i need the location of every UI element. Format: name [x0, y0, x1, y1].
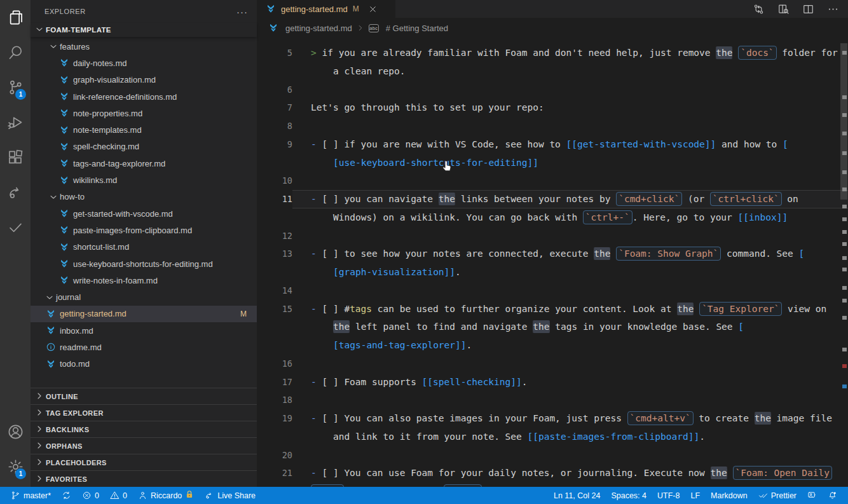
tree-file-note-templates-md[interactable]: note-templates.md	[31, 121, 257, 138]
chevron-down-icon	[34, 24, 44, 36]
overview-ruler-mark	[842, 187, 847, 191]
scrollbar-thumb[interactable]	[840, 43, 847, 200]
tree-file-todo-md[interactable]: todo.md	[31, 356, 257, 372]
tree-file-link-reference-definitions-md[interactable]: link-reference-definitions.md	[31, 88, 257, 105]
status-utf-8[interactable]: UTF-8	[653, 487, 684, 504]
wikilink[interactable]: [	[783, 139, 788, 149]
tree-item-label: use-keyboard-shortcuts-for-editing.md	[73, 259, 213, 269]
foam-icon	[59, 225, 69, 235]
activity-settings-gear-icon[interactable]: 1	[0, 449, 31, 484]
overview-ruler-mark	[842, 242, 847, 246]
line-number: 8	[257, 117, 292, 135]
activity-run-debug-icon[interactable]	[0, 105, 31, 140]
status-markdown[interactable]: Markdown	[706, 487, 752, 504]
wikilink[interactable]: [[get-started-with-vscode]]	[566, 139, 716, 149]
code-text: >	[311, 48, 322, 58]
tree-folder-how-to[interactable]: how-to	[31, 189, 257, 205]
tree-file-inbox-md[interactable]: inbox.md	[31, 322, 257, 339]
tree-file-readme-md[interactable]: readme.md	[31, 339, 257, 355]
explorer-more-actions[interactable]: ···	[236, 6, 248, 17]
tree-folder-journal[interactable]: journal	[31, 289, 257, 305]
breadcrumb-item[interactable]: abc# Getting Started	[369, 24, 448, 33]
status-feedback-icon[interactable]	[803, 487, 821, 504]
section-outline[interactable]: OUTLINE	[31, 388, 257, 404]
line-content: - [ ] #tags can be used to further organ…	[292, 300, 848, 318]
open-preview-icon[interactable]	[777, 3, 790, 15]
file-tree: featuresdaily-notes.mdgraph-visualizatio…	[31, 37, 257, 388]
tree-file-use-keyboard-shortcuts-for-editing-md[interactable]: use-keyboard-shortcuts-for-editing.md	[31, 255, 257, 272]
status-spaces-4[interactable]: Spaces: 4	[606, 487, 651, 504]
wikilink[interactable]: [	[799, 249, 805, 259]
line-number: 17	[257, 373, 292, 392]
close-icon[interactable]	[368, 4, 378, 14]
tree-file-graph-visualization-md[interactable]: graph-visualization.md	[31, 72, 257, 88]
section-orphans[interactable]: ORPHANS	[31, 437, 257, 454]
tree-folder-features[interactable]: features	[31, 38, 257, 55]
breadcrumb-item[interactable]: getting-started.md	[268, 23, 352, 33]
activity-live-share-icon[interactable]	[0, 175, 31, 210]
foam-icon	[46, 309, 56, 319]
activity-extensions-icon[interactable]	[0, 140, 31, 175]
code-text: -	[311, 377, 322, 387]
tree-file-daily-notes-md[interactable]: daily-notes.md	[31, 55, 257, 71]
wikilink[interactable]: [graph-visualization]]	[333, 267, 455, 277]
scrollbar[interactable]	[839, 38, 848, 487]
overview-ruler-mark	[842, 170, 847, 174]
activity-explorer-icon[interactable]	[0, 0, 31, 35]
tree-file-getting-started-md[interactable]: getting-started.mdM	[31, 306, 257, 322]
tree-file-wikilinks-md[interactable]: wikilinks.md	[31, 172, 257, 188]
tree-file-paste-images-from-clipboard-md[interactable]: paste-images-from-clipboard.md	[31, 222, 257, 238]
line-content: - [ ] to see how your notes are connecte…	[292, 245, 848, 263]
activity-check-icon[interactable]	[0, 210, 31, 245]
more-actions-icon[interactable]	[827, 3, 839, 15]
code-text	[610, 249, 616, 259]
status-master-[interactable]: master*	[6, 487, 55, 504]
tree-file-write-notes-in-foam-md[interactable]: write-notes-in-foam.md	[31, 272, 257, 289]
status-riccardo[interactable]: Riccardo	[133, 487, 198, 504]
wikilink[interactable]: [use-keyboard-shortcuts-for-editing]]	[333, 158, 538, 168]
split-editor-icon[interactable]	[802, 3, 814, 15]
activity-source-control-icon[interactable]: 1	[0, 70, 31, 105]
status-bell-dot-icon[interactable]	[823, 487, 842, 504]
section-tag-explorer[interactable]: TAG EXPLORER	[31, 404, 257, 421]
editor-line-row: a clean repo.	[257, 62, 848, 81]
editor-content[interactable]: 5> if you are already familiar with Foam…	[257, 38, 848, 487]
status-0[interactable]: 0	[106, 487, 132, 504]
section-placeholders[interactable]: PLACEHOLDERS	[31, 454, 257, 470]
section-favorites[interactable]: FAVORITES	[31, 470, 257, 487]
inline-code: `Foam: Open Daily	[733, 466, 832, 480]
foam-icon	[59, 158, 69, 168]
feedback-icon	[807, 491, 817, 500]
editor-group: getting-started.md M getting-started.mda…	[257, 0, 848, 487]
wikilink[interactable]: [[paste-images-from-clipboard]]	[528, 432, 700, 442]
status-ln-11-col-24[interactable]: Ln 11, Col 24	[549, 487, 605, 504]
tree-item-label: paste-images-from-clipboard.md	[73, 226, 192, 235]
workspace-root-row[interactable]: FOAM-TEMPLATE	[31, 23, 257, 37]
section-backlinks[interactable]: BACKLINKS	[31, 421, 257, 437]
activity-account-icon[interactable]	[0, 414, 31, 449]
run-debug-icon	[7, 114, 24, 131]
line-number: 18	[257, 391, 292, 409]
status-sync-icon[interactable]	[57, 487, 76, 504]
wikilink[interactable]: [	[738, 322, 744, 332]
line-number	[257, 336, 292, 355]
activity-search-icon[interactable]	[0, 35, 31, 70]
chevron-right-icon	[34, 473, 44, 485]
wikilink[interactable]: [[spell-checking]]	[422, 377, 522, 387]
tree-item-label: daily-notes.md	[73, 58, 127, 68]
wikilink[interactable]: [tags-and-tag-explorer]]	[333, 340, 467, 350]
tree-file-note-properties-md[interactable]: note-properties.md	[31, 105, 257, 121]
tab-getting-started[interactable]: getting-started.md M	[257, 0, 395, 18]
tree-file-spell-checking-md[interactable]: spell-checking.md	[31, 139, 257, 155]
tree-file-tags-and-tag-explorer-md[interactable]: tags-and-tag-explorer.md	[31, 155, 257, 172]
tree-file-get-started-with-vscode-md[interactable]: get-started-with-vscode.md	[31, 205, 257, 222]
status-lf[interactable]: LF	[686, 487, 704, 504]
wikilink[interactable]: [[inbox]]	[738, 212, 788, 222]
status-live-share[interactable]: Live Share	[200, 487, 260, 504]
tree-item-label: features	[60, 42, 90, 51]
status-0[interactable]: 0	[78, 487, 104, 504]
open-changes-icon[interactable]	[753, 3, 765, 15]
tree-file-shortcut-list-md[interactable]: shortcut-list.md	[31, 239, 257, 255]
status-prettier[interactable]: Prettier	[754, 487, 801, 504]
line-content	[292, 172, 848, 190]
